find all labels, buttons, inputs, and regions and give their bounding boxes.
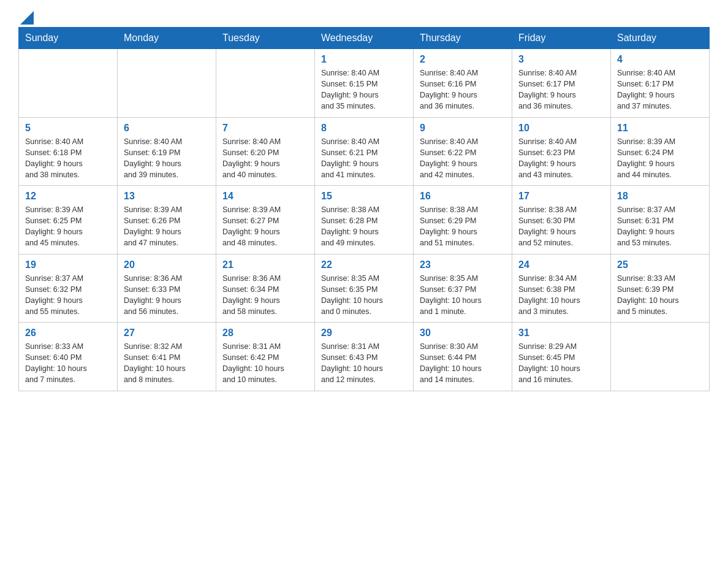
day-number: 12 (25, 191, 111, 202)
calendar-cell: 16Sunrise: 8:38 AM Sunset: 6:29 PM Dayli… (414, 186, 512, 255)
calendar-cell (611, 323, 710, 391)
day-info: Sunrise: 8:40 AM Sunset: 6:22 PM Dayligh… (420, 136, 506, 181)
day-info: Sunrise: 8:37 AM Sunset: 6:31 PM Dayligh… (617, 204, 703, 249)
calendar-cell (216, 49, 315, 118)
day-number: 19 (25, 259, 111, 270)
day-number: 27 (124, 327, 210, 339)
calendar-cell: 24Sunrise: 8:34 AM Sunset: 6:38 PM Dayli… (512, 254, 611, 323)
calendar-cell: 17Sunrise: 8:38 AM Sunset: 6:30 PM Dayli… (512, 186, 611, 255)
calendar-cell: 15Sunrise: 8:38 AM Sunset: 6:28 PM Dayli… (315, 186, 414, 255)
weekday-header-saturday: Saturday (611, 28, 710, 49)
day-number: 22 (321, 259, 407, 270)
day-info: Sunrise: 8:40 AM Sunset: 6:16 PM Dayligh… (420, 67, 506, 112)
day-info: Sunrise: 8:36 AM Sunset: 6:33 PM Dayligh… (124, 273, 210, 318)
day-info: Sunrise: 8:38 AM Sunset: 6:28 PM Dayligh… (321, 204, 407, 249)
calendar-cell (118, 49, 216, 118)
day-number: 5 (25, 123, 111, 134)
day-info: Sunrise: 8:33 AM Sunset: 6:40 PM Dayligh… (25, 341, 111, 386)
weekday-header-tuesday: Tuesday (216, 28, 315, 49)
calendar-cell: 11Sunrise: 8:39 AM Sunset: 6:24 PM Dayli… (611, 117, 710, 186)
day-info: Sunrise: 8:32 AM Sunset: 6:41 PM Dayligh… (124, 341, 210, 386)
calendar-cell: 13Sunrise: 8:39 AM Sunset: 6:26 PM Dayli… (118, 186, 216, 255)
day-number: 28 (222, 327, 308, 339)
day-info: Sunrise: 8:39 AM Sunset: 6:26 PM Dayligh… (124, 204, 210, 249)
weekday-header-wednesday: Wednesday (315, 28, 414, 49)
day-number: 10 (518, 123, 604, 134)
day-info: Sunrise: 8:40 AM Sunset: 6:19 PM Dayligh… (124, 136, 210, 181)
day-info: Sunrise: 8:29 AM Sunset: 6:45 PM Dayligh… (518, 341, 604, 386)
day-info: Sunrise: 8:33 AM Sunset: 6:39 PM Dayligh… (617, 273, 703, 318)
day-info: Sunrise: 8:39 AM Sunset: 6:24 PM Dayligh… (617, 136, 703, 181)
day-info: Sunrise: 8:40 AM Sunset: 6:23 PM Dayligh… (518, 136, 604, 181)
calendar-cell: 18Sunrise: 8:37 AM Sunset: 6:31 PM Dayli… (611, 186, 710, 255)
logo (18, 12, 34, 21)
day-number: 6 (124, 123, 210, 134)
day-info: Sunrise: 8:40 AM Sunset: 6:18 PM Dayligh… (25, 136, 111, 181)
calendar-cell: 30Sunrise: 8:30 AM Sunset: 6:44 PM Dayli… (414, 323, 512, 391)
weekday-header-sunday: Sunday (19, 28, 118, 49)
calendar-cell: 7Sunrise: 8:40 AM Sunset: 6:20 PM Daylig… (216, 117, 315, 186)
weekday-header-row: SundayMondayTuesdayWednesdayThursdayFrid… (19, 28, 710, 49)
calendar-cell: 25Sunrise: 8:33 AM Sunset: 6:39 PM Dayli… (611, 254, 710, 323)
calendar-cell: 1Sunrise: 8:40 AM Sunset: 6:15 PM Daylig… (315, 49, 414, 118)
day-info: Sunrise: 8:40 AM Sunset: 6:20 PM Dayligh… (222, 136, 308, 181)
day-number: 7 (222, 123, 308, 134)
day-number: 16 (420, 191, 506, 202)
calendar-cell: 6Sunrise: 8:40 AM Sunset: 6:19 PM Daylig… (118, 117, 216, 186)
day-number: 14 (222, 191, 308, 202)
day-number: 9 (420, 123, 506, 134)
calendar-cell: 19Sunrise: 8:37 AM Sunset: 6:32 PM Dayli… (19, 254, 118, 323)
day-info: Sunrise: 8:39 AM Sunset: 6:27 PM Dayligh… (222, 204, 308, 249)
calendar-cell: 4Sunrise: 8:40 AM Sunset: 6:17 PM Daylig… (611, 49, 710, 118)
day-number: 17 (518, 191, 604, 202)
day-number: 2 (420, 54, 506, 65)
day-number: 30 (420, 327, 506, 339)
day-info: Sunrise: 8:36 AM Sunset: 6:34 PM Dayligh… (222, 273, 308, 318)
day-number: 13 (124, 191, 210, 202)
calendar-week-row: 1Sunrise: 8:40 AM Sunset: 6:15 PM Daylig… (19, 49, 710, 118)
day-number: 3 (518, 54, 604, 65)
calendar-cell: 3Sunrise: 8:40 AM Sunset: 6:17 PM Daylig… (512, 49, 611, 118)
calendar-cell: 21Sunrise: 8:36 AM Sunset: 6:34 PM Dayli… (216, 254, 315, 323)
day-info: Sunrise: 8:31 AM Sunset: 6:43 PM Dayligh… (321, 341, 407, 386)
day-info: Sunrise: 8:40 AM Sunset: 6:17 PM Dayligh… (518, 67, 604, 112)
weekday-header-friday: Friday (512, 28, 611, 49)
day-number: 4 (617, 54, 703, 65)
calendar-cell: 27Sunrise: 8:32 AM Sunset: 6:41 PM Dayli… (118, 323, 216, 391)
calendar-cell: 14Sunrise: 8:39 AM Sunset: 6:27 PM Dayli… (216, 186, 315, 255)
day-number: 23 (420, 259, 506, 270)
day-info: Sunrise: 8:31 AM Sunset: 6:42 PM Dayligh… (222, 341, 308, 386)
calendar-cell: 10Sunrise: 8:40 AM Sunset: 6:23 PM Dayli… (512, 117, 611, 186)
day-number: 18 (617, 191, 703, 202)
calendar-table: SundayMondayTuesdayWednesdayThursdayFrid… (18, 27, 710, 391)
weekday-header-monday: Monday (118, 28, 216, 49)
day-number: 31 (518, 327, 604, 339)
calendar-cell: 31Sunrise: 8:29 AM Sunset: 6:45 PM Dayli… (512, 323, 611, 391)
logo-triangle-icon (20, 11, 34, 25)
day-info: Sunrise: 8:38 AM Sunset: 6:29 PM Dayligh… (420, 204, 506, 249)
weekday-header-thursday: Thursday (414, 28, 512, 49)
day-info: Sunrise: 8:40 AM Sunset: 6:21 PM Dayligh… (321, 136, 407, 181)
calendar-cell: 20Sunrise: 8:36 AM Sunset: 6:33 PM Dayli… (118, 254, 216, 323)
day-number: 21 (222, 259, 308, 270)
day-number: 29 (321, 327, 407, 339)
calendar-cell: 2Sunrise: 8:40 AM Sunset: 6:16 PM Daylig… (414, 49, 512, 118)
day-number: 25 (617, 259, 703, 270)
calendar-cell: 23Sunrise: 8:35 AM Sunset: 6:37 PM Dayli… (414, 254, 512, 323)
calendar-cell: 5Sunrise: 8:40 AM Sunset: 6:18 PM Daylig… (19, 117, 118, 186)
calendar-cell: 22Sunrise: 8:35 AM Sunset: 6:35 PM Dayli… (315, 254, 414, 323)
page-header (18, 12, 710, 21)
calendar-cell: 26Sunrise: 8:33 AM Sunset: 6:40 PM Dayli… (19, 323, 118, 391)
svg-marker-0 (20, 11, 34, 25)
calendar-cell: 8Sunrise: 8:40 AM Sunset: 6:21 PM Daylig… (315, 117, 414, 186)
calendar-cell: 28Sunrise: 8:31 AM Sunset: 6:42 PM Dayli… (216, 323, 315, 391)
day-info: Sunrise: 8:40 AM Sunset: 6:17 PM Dayligh… (617, 67, 703, 112)
day-info: Sunrise: 8:30 AM Sunset: 6:44 PM Dayligh… (420, 341, 506, 386)
calendar-week-row: 5Sunrise: 8:40 AM Sunset: 6:18 PM Daylig… (19, 117, 710, 186)
calendar-cell: 29Sunrise: 8:31 AM Sunset: 6:43 PM Dayli… (315, 323, 414, 391)
calendar-week-row: 19Sunrise: 8:37 AM Sunset: 6:32 PM Dayli… (19, 254, 710, 323)
day-number: 24 (518, 259, 604, 270)
day-info: Sunrise: 8:38 AM Sunset: 6:30 PM Dayligh… (518, 204, 604, 249)
day-number: 1 (321, 54, 407, 65)
day-info: Sunrise: 8:40 AM Sunset: 6:15 PM Dayligh… (321, 67, 407, 112)
